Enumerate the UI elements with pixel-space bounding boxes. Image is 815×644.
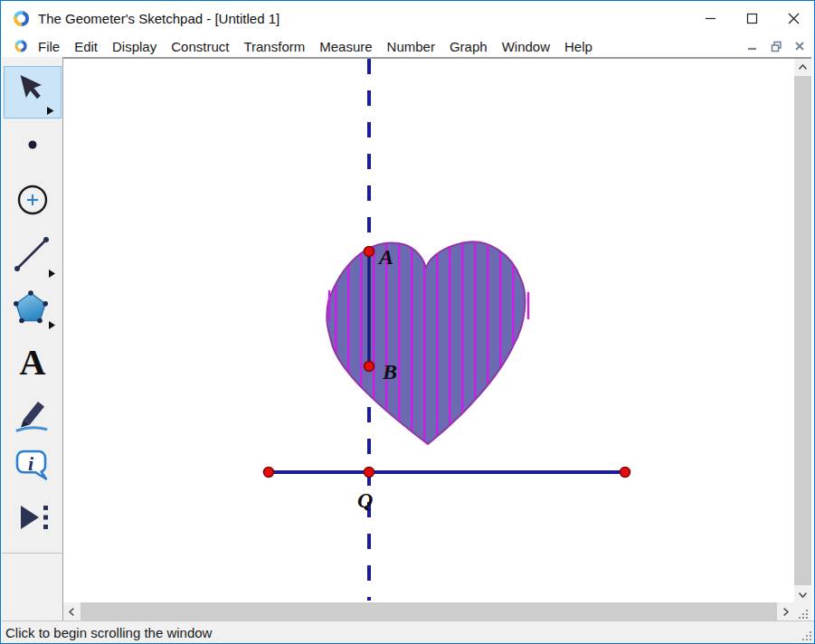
- sketch-figure: A B Q: [63, 59, 794, 601]
- flyout-arrow-icon[interactable]: [49, 321, 55, 329]
- child-close-icon: [794, 41, 805, 52]
- document-logo-icon: [14, 39, 28, 53]
- menu-construct[interactable]: Construct: [164, 37, 236, 56]
- horizontal-scroll-thumb[interactable]: [81, 602, 777, 620]
- scroll-left-button[interactable]: [63, 602, 80, 620]
- child-window-controls: [745, 40, 807, 52]
- menu-window[interactable]: Window: [495, 37, 557, 56]
- child-close-button[interactable]: [792, 40, 807, 52]
- menu-graph[interactable]: Graph: [442, 37, 495, 56]
- selection-arrow-tool[interactable]: [4, 66, 62, 118]
- toolbar-divider: [2, 553, 62, 554]
- point-right-endpoint[interactable]: [621, 468, 630, 478]
- app-window: The Geometer's Sketchpad - [Untitled 1] …: [0, 0, 815, 644]
- label-B[interactable]: B: [382, 360, 397, 384]
- window-title: The Geometer's Sketchpad - [Untitled 1]: [38, 11, 280, 26]
- vertical-scrollbar[interactable]: [794, 59, 811, 602]
- minimize-button[interactable]: [689, 1, 731, 35]
- menu-display[interactable]: Display: [105, 37, 164, 56]
- scroll-down-button[interactable]: [794, 587, 811, 602]
- child-minimize-button[interactable]: [745, 40, 760, 52]
- chevron-down-icon: [798, 592, 808, 599]
- scroll-up-button[interactable]: [794, 59, 811, 74]
- marker-tool[interactable]: [5, 390, 61, 440]
- text-tool[interactable]: A: [5, 336, 61, 387]
- menu-help[interactable]: Help: [557, 37, 600, 56]
- app-logo-icon: [12, 9, 31, 28]
- label-A[interactable]: A: [377, 245, 393, 269]
- toolbox: A i: [2, 57, 63, 620]
- child-restore-button[interactable]: [769, 40, 783, 52]
- straightedge-tool[interactable]: [5, 230, 61, 280]
- child-restore-icon: [771, 41, 782, 52]
- marker-pen-icon: [7, 390, 58, 440]
- child-minimize-icon: [747, 41, 758, 52]
- scroll-right-button[interactable]: [778, 602, 794, 620]
- menu-number[interactable]: Number: [380, 37, 442, 56]
- pentagon-icon: [7, 283, 58, 334]
- titlebar: The Geometer's Sketchpad - [Untitled 1]: [2, 1, 814, 35]
- status-message: Click to begin scrolling the window: [5, 625, 212, 640]
- maximize-icon: [746, 13, 758, 24]
- menu-transform[interactable]: Transform: [236, 37, 312, 56]
- window-controls: [689, 1, 814, 35]
- circle-plus-icon: [7, 175, 58, 225]
- point-Q[interactable]: [365, 468, 374, 478]
- custom-tool[interactable]: [5, 492, 61, 543]
- close-icon: [788, 13, 800, 24]
- point-left-endpoint[interactable]: [264, 468, 274, 478]
- menu-file[interactable]: File: [31, 37, 67, 56]
- information-tool[interactable]: i: [5, 440, 61, 491]
- heart-locus[interactable]: [327, 242, 525, 444]
- document-window: A B Q: [63, 57, 811, 620]
- letter-a-icon: A: [7, 336, 58, 387]
- horizontal-scrollbar[interactable]: [63, 602, 794, 620]
- arrow-cursor-icon: [7, 67, 58, 118]
- polygon-tool[interactable]: [5, 283, 61, 334]
- dot-icon: [7, 119, 58, 170]
- menubar: File Edit Display Construct Transform Me…: [2, 35, 814, 57]
- point-B[interactable]: [365, 362, 374, 372]
- statusbar: Click to begin scrolling the window: [2, 620, 814, 644]
- resize-grip-icon: [798, 609, 809, 620]
- menu-measure[interactable]: Measure: [312, 37, 379, 56]
- chevron-up-icon: [798, 63, 808, 71]
- point-A[interactable]: [365, 247, 374, 257]
- sketch-canvas[interactable]: A B Q: [63, 59, 794, 602]
- info-tool-glyph: i: [28, 452, 34, 475]
- chevron-right-icon: [782, 607, 790, 617]
- compass-tool[interactable]: [5, 175, 61, 225]
- text-tool-glyph: A: [20, 342, 46, 383]
- document-resize-grip[interactable]: [794, 602, 811, 622]
- chevron-left-icon: [68, 607, 75, 617]
- window-resize-grip[interactable]: [801, 629, 812, 644]
- minimize-icon: [705, 13, 716, 24]
- resize-grip-icon: [801, 630, 812, 641]
- close-button[interactable]: [772, 1, 814, 35]
- point-tool[interactable]: [5, 119, 61, 170]
- maximize-button[interactable]: [731, 1, 772, 35]
- info-bubble-icon: i: [7, 440, 58, 491]
- flyout-arrow-icon[interactable]: [49, 270, 55, 278]
- segment-icon: [7, 230, 58, 280]
- vertical-scroll-thumb[interactable]: [794, 76, 811, 585]
- flyout-arrow-icon[interactable]: [47, 107, 54, 115]
- play-dots-icon: [7, 492, 58, 543]
- menu-edit[interactable]: Edit: [67, 37, 105, 56]
- label-Q[interactable]: Q: [357, 488, 373, 512]
